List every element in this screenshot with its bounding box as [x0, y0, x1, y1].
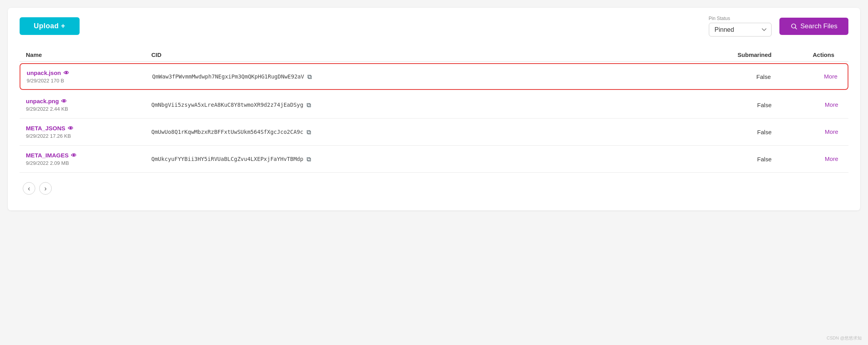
svg-point-0 [792, 24, 796, 28]
eye-icon: 👁 [71, 152, 76, 159]
actions-cell: More [779, 128, 842, 135]
upload-button[interactable]: Upload + [20, 17, 80, 35]
file-name-cell: unpack.png 👁 9/29/2022 2.44 KB [26, 98, 151, 112]
cid-value: QmUwUo8Q1rKqwMbzxRzBFFxtUwSUkm564SfXgcJc… [151, 129, 303, 135]
table-row: META_JSONS 👁 9/29/2022 17.26 KB QmUwUo8Q… [20, 119, 848, 146]
column-submarined: Submarined [701, 51, 779, 58]
column-actions: Actions [779, 51, 842, 58]
submarined-cell: False [701, 156, 779, 162]
cid-cell: QmWaw3fPWvmmMwdwph7NEgxiPm3QmQKpHG1RugDN… [152, 73, 700, 80]
watermark: CSDN @悠悠求知 [827, 335, 862, 341]
more-link[interactable]: More [825, 155, 838, 162]
pin-status-select[interactable]: All Pinned Unpinned [709, 23, 772, 37]
cid-cell: QmUkcyuFYYBii3HY5iRVUaBLCgZvu4LXEPxjFaYH… [151, 155, 701, 163]
file-name-link[interactable]: META_JSONS 👁 [26, 125, 151, 131]
file-meta: 9/29/2022 2.09 MB [26, 160, 151, 166]
table-header: Name CID Submarined Actions [20, 48, 848, 62]
table-row: unpack.json 👁 9/29/2022 170 B QmWaw3fPWv… [20, 63, 848, 90]
submarined-cell: False [701, 102, 779, 108]
file-meta: 9/29/2022 2.44 KB [26, 106, 151, 112]
cid-cell: QmNbgVii5zsywA5xLreA8KuC8Y8twmoXR9d2z74j… [151, 101, 701, 109]
more-link[interactable]: More [825, 128, 838, 135]
copy-icon[interactable]: ⧉ [307, 101, 311, 109]
pin-status-group: Pin Status All Pinned Unpinned [709, 16, 772, 37]
next-page-button[interactable]: › [39, 182, 52, 195]
cid-value: QmNbgVii5zsywA5xLreA8KuC8Y8twmoXR9d2z74j… [151, 102, 303, 108]
column-name: Name [26, 51, 151, 58]
file-name-cell: unpack.json 👁 9/29/2022 170 B [27, 69, 152, 84]
cid-cell: QmUwUo8Q1rKqwMbzxRzBFFxtUwSUkm564SfXgcJc… [151, 128, 701, 136]
table-row: unpack.png 👁 9/29/2022 2.44 KB QmNbgVii5… [20, 91, 848, 119]
table-row: META_IMAGES 👁 9/29/2022 2.09 MB QmUkcyuF… [20, 146, 848, 173]
file-name-link[interactable]: META_IMAGES 👁 [26, 152, 151, 159]
submarined-cell: False [700, 73, 779, 80]
toolbar: Upload + Pin Status All Pinned Unpinned … [20, 16, 848, 37]
search-files-button[interactable]: Search Files [779, 18, 848, 35]
file-meta: 9/29/2022 17.26 KB [26, 133, 151, 139]
pin-status-label: Pin Status [709, 16, 772, 21]
pagination: ‹ › [20, 182, 848, 195]
file-name-link[interactable]: unpack.png 👁 [26, 98, 151, 104]
column-cid: CID [151, 51, 701, 58]
eye-icon: 👁 [61, 98, 67, 104]
cid-value: QmUkcyuFYYBii3HY5iRVUaBLCgZvu4LXEPxjFaYH… [151, 156, 303, 162]
file-name-link[interactable]: unpack.json 👁 [27, 69, 152, 76]
eye-icon: 👁 [64, 70, 69, 76]
copy-icon[interactable]: ⧉ [307, 155, 311, 163]
prev-page-button[interactable]: ‹ [23, 182, 35, 195]
file-name-cell: META_JSONS 👁 9/29/2022 17.26 KB [26, 125, 151, 139]
file-name-cell: META_IMAGES 👁 9/29/2022 2.09 MB [26, 152, 151, 166]
actions-cell: More [779, 101, 842, 108]
eye-icon: 👁 [68, 125, 73, 131]
file-meta: 9/29/2022 170 B [27, 78, 152, 84]
more-link[interactable]: More [824, 73, 837, 80]
submarined-cell: False [701, 129, 779, 135]
actions-cell: More [779, 73, 841, 80]
search-icon [790, 23, 797, 30]
cid-value: QmWaw3fPWvmmMwdwph7NEgxiPm3QmQKpHG1RugDN… [152, 73, 304, 80]
table-body: unpack.json 👁 9/29/2022 170 B QmWaw3fPWv… [20, 63, 848, 173]
copy-icon[interactable]: ⧉ [307, 73, 312, 80]
more-link[interactable]: More [825, 101, 838, 108]
svg-line-1 [795, 27, 797, 29]
copy-icon[interactable]: ⧉ [307, 128, 311, 136]
actions-cell: More [779, 155, 842, 162]
